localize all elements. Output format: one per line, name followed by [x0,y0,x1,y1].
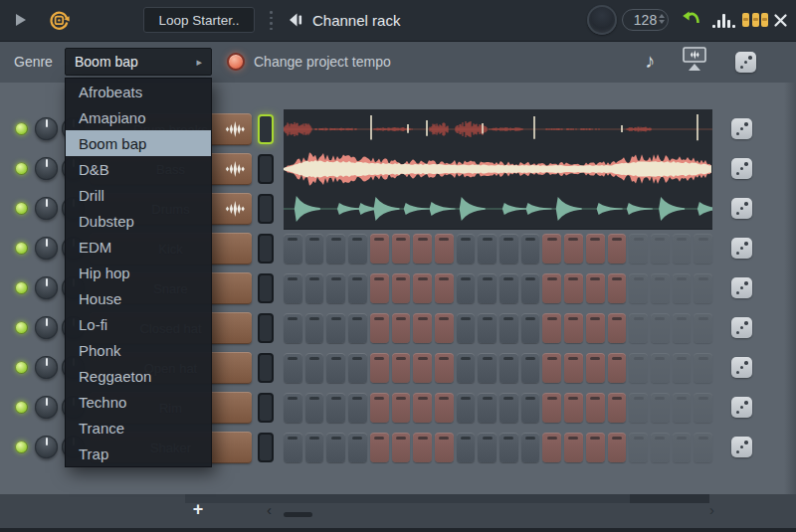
step-cell[interactable] [694,353,712,383]
levels-icon[interactable] [712,13,735,28]
mute-led[interactable] [15,202,28,215]
step-cell[interactable] [392,353,411,383]
channel-selector[interactable] [258,273,274,303]
step-cell[interactable] [284,393,302,423]
step-cell[interactable] [435,353,454,383]
step-cell[interactable] [284,234,302,264]
tempo-display[interactable]: 128 [622,9,669,31]
step-cell[interactable] [413,273,432,303]
channel-selector[interactable] [258,154,274,184]
step-cell[interactable] [348,313,367,343]
randomize-dice-icon[interactable] [731,158,752,179]
step-cell[interactable] [348,353,367,383]
step-cell[interactable] [586,433,605,462]
step-cell[interactable] [305,273,324,303]
randomize-dice-icon[interactable] [731,437,752,457]
waveform-preview[interactable] [284,109,712,150]
channel-selector[interactable] [258,234,274,264]
randomize-dice-icon[interactable] [731,277,752,298]
step-cell[interactable] [608,313,627,343]
step-cell[interactable] [326,433,345,462]
step-cell[interactable] [673,273,692,303]
step-cell[interactable] [370,273,389,303]
step-cell[interactable] [521,313,540,343]
step-cell[interactable] [499,234,518,264]
step-cell[interactable] [392,273,411,303]
step-cell[interactable] [564,393,583,423]
mute-led[interactable] [15,242,28,255]
step-cell[interactable] [564,273,583,303]
step-cell[interactable] [499,273,518,303]
step-cell[interactable] [413,433,432,462]
step-cell[interactable] [499,433,518,462]
mute-led[interactable] [15,361,28,374]
mute-led[interactable] [15,441,28,453]
step-cell[interactable] [651,433,670,462]
scrollbar-thumb[interactable] [284,512,312,517]
pan-knob[interactable] [35,276,58,299]
step-cell[interactable] [284,273,302,303]
step-cell[interactable] [629,433,648,462]
step-cell[interactable] [542,234,561,264]
step-cell[interactable] [284,353,302,383]
step-cell[interactable] [478,353,497,383]
step-cell[interactable] [478,234,497,264]
genre-menu-item[interactable]: Boom bap [66,130,211,156]
step-cell[interactable] [457,433,476,462]
channel-selector[interactable] [258,433,274,462]
step-cell[interactable] [457,273,476,303]
music-note-icon[interactable]: ♪ [645,47,655,75]
waveform-preview[interactable] [284,149,712,190]
step-cell[interactable] [413,234,432,264]
genre-menu-item[interactable]: Lo-fi [66,311,211,337]
step-cell[interactable] [629,273,648,303]
step-cell[interactable] [370,234,389,264]
channel-selector[interactable] [258,353,274,383]
step-cell[interactable] [521,393,540,423]
step-cell[interactable] [629,313,648,343]
step-cell[interactable] [629,353,648,383]
pan-knob[interactable] [35,316,58,339]
genre-dropdown[interactable]: Boom bap ▸ [65,48,212,76]
step-cell[interactable] [326,273,345,303]
step-cell[interactable] [305,353,324,383]
undo-icon[interactable] [681,9,702,31]
step-cell[interactable] [542,273,561,303]
step-cell[interactable] [608,393,627,423]
step-cell[interactable] [586,313,605,343]
randomize-dice-icon[interactable] [731,198,752,219]
pan-knob[interactable] [35,396,58,419]
channel-selector[interactable] [258,313,274,343]
step-cell[interactable] [478,433,497,462]
step-cell[interactable] [413,393,432,423]
step-cell[interactable] [305,234,324,264]
genre-menu-item[interactable]: Drill [66,182,211,208]
step-cell[interactable] [284,313,302,343]
pan-knob[interactable] [35,117,58,140]
genre-menu-item[interactable]: Phonk [66,337,211,363]
step-cell[interactable] [651,353,670,383]
genre-menu-item[interactable]: Hip hop [66,260,211,285]
step-cell[interactable] [694,393,712,423]
step-cell[interactable] [629,393,648,423]
randomize-dice-icon[interactable] [731,118,752,139]
genre-menu-item[interactable]: House [66,285,211,311]
step-cell[interactable] [673,313,692,343]
step-cell[interactable] [564,433,583,462]
step-cell[interactable] [651,393,670,423]
pan-knob[interactable] [35,356,58,379]
step-cell[interactable] [478,313,497,343]
step-cell[interactable] [673,433,692,462]
genre-menu-item[interactable]: Techno [66,389,211,415]
step-cell[interactable] [284,433,302,462]
plugin-preset-button[interactable]: Loop Starter.. [143,7,255,33]
randomize-dice-icon[interactable] [731,357,752,378]
step-cell[interactable] [348,234,367,264]
export-to-playlist-icon[interactable] [681,46,708,74]
step-cell[interactable] [586,393,605,423]
step-cell[interactable] [326,353,345,383]
step-cell[interactable] [542,433,561,462]
step-cell[interactable] [673,353,692,383]
step-cell[interactable] [435,234,454,264]
mute-led[interactable] [15,321,28,334]
